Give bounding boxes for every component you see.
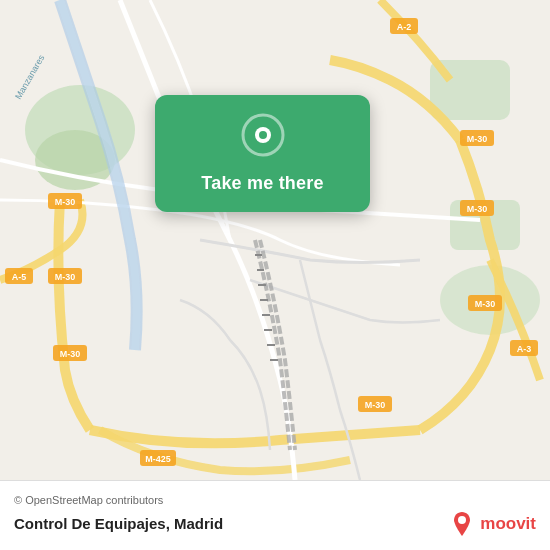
bottom-bar: © OpenStreetMap contributors Control De … <box>0 480 550 550</box>
svg-text:M-30: M-30 <box>60 349 81 359</box>
moovit-pin-icon <box>448 510 476 538</box>
location-city-text: Madrid <box>174 515 223 532</box>
svg-text:M-30: M-30 <box>55 272 76 282</box>
svg-text:A-3: A-3 <box>517 344 532 354</box>
take-me-there-button[interactable]: Take me there <box>201 169 323 198</box>
svg-text:M-30: M-30 <box>365 400 386 410</box>
map-svg: M-30 M-30 M-30 M-30 M-30 M-30 M-30 M-425… <box>0 0 550 480</box>
copyright-text: © OpenStreetMap contributors <box>14 494 536 506</box>
moovit-logo: moovit <box>448 510 536 538</box>
svg-point-40 <box>259 131 267 139</box>
location-name: Control De Equipajes, Madrid <box>14 515 223 532</box>
svg-point-41 <box>458 516 466 524</box>
location-card: Take me there <box>155 95 370 212</box>
svg-text:A-5: A-5 <box>12 272 27 282</box>
svg-text:M-30: M-30 <box>475 299 496 309</box>
map-container: M-30 M-30 M-30 M-30 M-30 M-30 M-30 M-425… <box>0 0 550 480</box>
moovit-logo-text: moovit <box>480 514 536 534</box>
pin-icon <box>241 113 285 157</box>
svg-text:A-2: A-2 <box>397 22 412 32</box>
location-name-text: Control De Equipajes, <box>14 515 170 532</box>
svg-text:M-30: M-30 <box>467 204 488 214</box>
location-name-row: Control De Equipajes, Madrid moovit <box>14 510 536 538</box>
svg-text:M-30: M-30 <box>467 134 488 144</box>
svg-text:M-425: M-425 <box>145 454 171 464</box>
pin-icon-wrap <box>241 113 285 161</box>
svg-text:M-30: M-30 <box>55 197 76 207</box>
